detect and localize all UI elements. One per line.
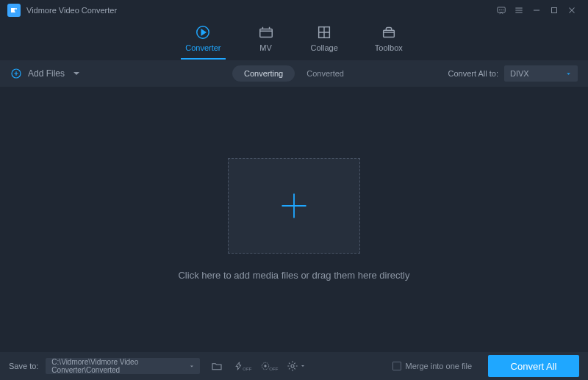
tab-converter[interactable]: Converter: [185, 24, 220, 57]
tab-collage[interactable]: Collage: [311, 24, 338, 57]
checkbox-box: [392, 362, 401, 370]
chevron-down-icon: [300, 363, 306, 369]
titlebar: Vidmore Video Converter: [0, 0, 588, 21]
merge-label: Merge into one file: [406, 362, 473, 370]
save-path-dropdown[interactable]: C:\Vidmore\Vidmore Video Converter\Conve…: [46, 358, 200, 374]
mv-icon: [258, 24, 274, 40]
svg-rect-5: [552, 8, 557, 13]
convert-all-button[interactable]: Convert All: [488, 355, 579, 377]
merge-checkbox[interactable]: Merge into one file: [392, 362, 473, 370]
main-area: Click here to add media files or drag th…: [0, 87, 588, 352]
svg-rect-9: [383, 30, 394, 37]
svg-point-3: [501, 10, 502, 10]
tab-toolbox[interactable]: Toolbox: [375, 24, 403, 57]
app-title: Vidmore Video Converter: [26, 6, 117, 15]
off-label: OFF: [243, 367, 251, 371]
save-path-value: C:\Vidmore\Vidmore Video Converter\Conve…: [51, 358, 188, 374]
tab-label: MV: [259, 43, 272, 52]
app-logo: [7, 4, 21, 17]
tab-label: Collage: [311, 43, 338, 52]
output-format-dropdown[interactable]: DIVX: [504, 65, 578, 82]
status-segment: Converting Converted: [232, 65, 356, 82]
minimize-icon[interactable]: [528, 1, 545, 19]
convert-all-to-label: Convert All to:: [448, 69, 498, 78]
save-to-label: Save to:: [9, 362, 38, 370]
toolbar: Add Files Converting Converted Convert A…: [0, 60, 588, 87]
chevron-down-icon: [189, 363, 195, 370]
collage-icon: [316, 24, 332, 40]
tab-label: Toolbox: [375, 43, 403, 52]
maximize-icon[interactable]: [545, 1, 563, 19]
feedback-icon[interactable]: [492, 1, 510, 19]
settings-button[interactable]: [287, 358, 306, 374]
svg-point-0: [15, 8, 17, 10]
hardware-accel-toggle[interactable]: OFF: [234, 358, 253, 374]
main-tabs: Converter MV Collage Toolbox: [0, 21, 588, 60]
chevron-down-icon: [565, 71, 572, 77]
plus-circle-icon: [10, 68, 22, 79]
open-folder-button[interactable]: [207, 358, 226, 374]
high-speed-toggle[interactable]: OFF: [260, 358, 279, 374]
close-icon[interactable]: [563, 1, 581, 19]
svg-point-13: [291, 365, 294, 368]
tab-mv[interactable]: MV: [258, 24, 274, 57]
convert-all-to: Convert All to: DIVX: [448, 65, 578, 82]
tab-label: Converter: [185, 43, 220, 52]
output-format-value: DIVX: [510, 69, 529, 78]
svg-rect-7: [259, 29, 272, 37]
add-files-button[interactable]: Add Files: [10, 68, 82, 79]
segment-converting[interactable]: Converting: [232, 65, 295, 82]
svg-point-2: [499, 10, 500, 10]
segment-converted[interactable]: Converted: [295, 65, 356, 82]
converter-icon: [195, 24, 211, 40]
toolbox-icon: [381, 24, 397, 40]
svg-point-12: [265, 365, 266, 367]
menu-icon[interactable]: [510, 1, 528, 19]
chevron-down-icon: [71, 68, 82, 79]
plus-icon: [278, 190, 310, 222]
off-label: OFF: [269, 367, 278, 371]
drop-zone[interactable]: [228, 158, 360, 254]
drop-hint: Click here to add media files or drag th…: [178, 270, 409, 281]
bottombar: Save to: C:\Vidmore\Vidmore Video Conver…: [0, 352, 588, 380]
svg-point-4: [503, 10, 503, 10]
add-files-label: Add Files: [28, 68, 65, 79]
